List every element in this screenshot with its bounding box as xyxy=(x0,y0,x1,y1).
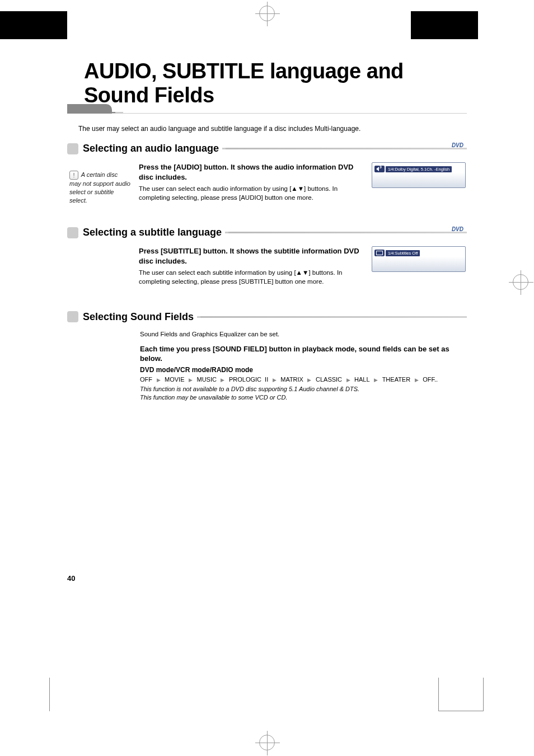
page-title: AUDIO, SUBTITLE language and Sound Field… xyxy=(84,59,467,107)
sound-seq-item: OFF.. xyxy=(423,376,438,383)
sound-seq-item: OFF xyxy=(140,376,152,383)
title-rule xyxy=(67,112,467,114)
arrow-icon: ▶ xyxy=(218,377,228,383)
header-black-bar-left xyxy=(0,11,67,39)
section-bullet-icon xyxy=(67,143,78,154)
section-audio-title: Selecting an audio language xyxy=(83,143,219,154)
arrow-icon: ▶ xyxy=(153,377,163,383)
arrow-icon: ▶ xyxy=(269,377,279,383)
section-rule xyxy=(197,316,467,318)
sound-intro: Sound Fields and Graphics Equalizer can … xyxy=(140,331,467,337)
page-intro: The user may select an audio language an… xyxy=(78,125,467,133)
sound-seq-item: THEATER xyxy=(382,376,411,383)
dvd-badge: DVD xyxy=(452,142,463,148)
corner-line xyxy=(483,678,484,711)
subtitle-icon xyxy=(374,250,385,256)
header-black-bar-right xyxy=(411,11,478,39)
arrow-icon: ▶ xyxy=(305,377,315,383)
sound-seq-item: CLASSIC xyxy=(316,376,342,383)
audio-note-sidebar: A certain disc may not support audio sel… xyxy=(69,162,131,206)
subtitle-sidebar-empty xyxy=(69,246,131,290)
dvd-badge: DVD xyxy=(452,226,463,232)
subtitle-osd-box: 1/4:Subtitles Off xyxy=(372,246,466,272)
section-subtitle-title: Selecting a subtitle language xyxy=(83,227,222,238)
sound-sequence: OFF ▶ MOVIE ▶ MUSIC ▶ PROLOGIC II ▶ MATR… xyxy=(140,376,467,383)
crop-mark-top xyxy=(259,6,275,21)
corner-line xyxy=(438,678,439,711)
audio-osd-text: 1/4:Dolby Digital, 5.1Ch. -English xyxy=(386,166,452,172)
audio-step-head: Press the [AUDIO] button. It shows the a… xyxy=(139,162,364,182)
sound-seq-item: HALL xyxy=(354,376,370,383)
sound-note-2: This function may be unavailable to some… xyxy=(140,393,467,402)
section-sound-title: Selecting Sound Fields xyxy=(83,311,194,323)
subtitle-osd-text: 1/4:Subtitles Off xyxy=(386,250,420,256)
sound-seq-item: PROLOGIC II xyxy=(229,376,268,383)
page-content: AUDIO, SUBTITLE language and Sound Field… xyxy=(0,0,534,402)
section-rule: DVD xyxy=(225,232,467,233)
corner-line xyxy=(49,678,50,711)
sound-note-1: This function is not available to a DVD … xyxy=(140,385,467,393)
section-rule: DVD xyxy=(222,148,467,149)
section-sound-fields: Selecting Sound Fields Sound Fields and … xyxy=(67,311,467,402)
sound-mode-line: DVD mode/VCR mode/RADIO mode xyxy=(140,366,467,374)
sound-step-head: Each time you press [SOUND FIELD] button… xyxy=(140,344,467,364)
arrow-icon: ▶ xyxy=(411,377,421,383)
section-bullet-icon xyxy=(67,311,78,322)
arrow-icon: ▶ xyxy=(371,377,381,383)
subtitle-step-body: The user can select each subtitle inform… xyxy=(139,268,364,286)
crop-mark-right xyxy=(513,274,528,290)
audio-step-body: The user can select each audio informati… xyxy=(139,184,364,202)
arrow-icon: ▶ xyxy=(185,377,195,383)
note-icon xyxy=(69,171,78,180)
section-bullet-icon xyxy=(67,227,78,238)
arrow-icon: ▶ xyxy=(343,377,353,383)
corner-line xyxy=(439,711,484,711)
audio-note-text: A certain disc may not support audio sel… xyxy=(69,171,130,204)
speaker-icon xyxy=(374,166,385,172)
crop-mark-bottom xyxy=(259,735,275,750)
sound-seq-item: MATRIX xyxy=(280,376,303,383)
subtitle-step-head: Press [SUBTITLE] button. It shows the su… xyxy=(139,246,364,266)
sound-seq-item: MOVIE xyxy=(165,376,184,383)
sound-seq-item: MUSIC xyxy=(196,376,216,383)
section-subtitle: Selecting a subtitle language DVD Press … xyxy=(67,227,467,290)
section-audio: Selecting an audio language DVD A certai… xyxy=(67,143,467,206)
page-number: 40 xyxy=(67,574,75,583)
audio-osd-box: 1/4:Dolby Digital, 5.1Ch. -English xyxy=(372,162,466,188)
